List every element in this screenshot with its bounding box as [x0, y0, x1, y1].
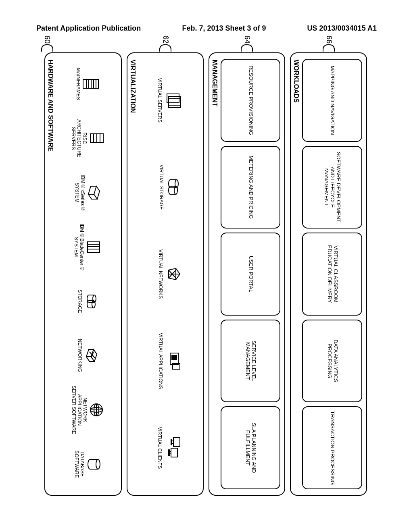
workload-sdlc: SOFTWARE DEVELOPMENT AND LIFECYCLE MANAG…	[302, 146, 363, 229]
database-icon	[86, 458, 101, 471]
workload-analytics: DATA ANALYTICS PROCESSING	[302, 320, 363, 403]
risc-server-icon	[89, 132, 104, 144]
mgmt-sla-planning: SLA PLANNING AND FULFILLMENT	[221, 406, 281, 489]
hw-storage-label: STORAGE	[77, 289, 82, 313]
figure-diagram: 66 MAPPING AND NAVIGATION SOFTWARE DEVEL…	[0, 113, 413, 435]
hw-bladecenter: IBM ® BladeCenter ® SYSTEM	[57, 222, 117, 272]
ref-60: 60	[43, 35, 51, 44]
svg-rect-9	[173, 438, 180, 447]
layer-virtualization: 62 VIRTUAL SERVERS VIRTUAL STORAGE	[127, 52, 204, 496]
hw-mainframes-label: MAINFRAMES	[75, 68, 81, 100]
xseries-icon	[87, 185, 100, 201]
virtual-networks-icon	[165, 266, 181, 282]
mainframe-icon	[82, 78, 99, 90]
svg-rect-6	[172, 355, 177, 357]
layer-management: 64 RESOURCE PROVISIONING METERING AND PR…	[209, 52, 286, 496]
hw-bladecenter-label: IBM ® BladeCenter ® SYSTEM	[73, 222, 84, 272]
header-left: Patent Application Publication	[36, 24, 141, 33]
svg-rect-12	[171, 448, 177, 457]
header-right: US 2013/0034015 A1	[307, 24, 377, 33]
layer-title-management: MANAGEMENT	[211, 60, 218, 106]
hw-networking-label: NETWORKING	[77, 339, 82, 372]
layer-title-hardware: HARDWARE AND SOFTWARE	[47, 60, 54, 152]
virtual-storage-icon	[165, 178, 180, 196]
layers-stack: 66 MAPPING AND NAVIGATION SOFTWARE DEVEL…	[44, 52, 367, 496]
layer-title-virtualization: VIRTUALIZATION	[129, 60, 137, 113]
virt-servers-label: VIRTUAL SERVERS	[156, 78, 162, 123]
virt-servers: VIRTUAL SERVERS	[139, 59, 199, 142]
workload-mapping: MAPPING AND NAVIGATION	[302, 59, 363, 142]
hw-risc: RISC ARCHITECTURE SERVERS	[57, 113, 117, 164]
workload-transaction: TRANSACTION PROCESSING	[302, 406, 363, 489]
virt-applications: VIRTUAL APPLICATIONS	[139, 320, 199, 403]
hw-mainframes: MAINFRAMES	[57, 59, 117, 109]
globe-icon	[89, 403, 104, 417]
hw-database-software: DATABASE SOFTWARE	[57, 439, 117, 489]
layer-title-workloads: WORKLOADS	[293, 60, 300, 103]
hw-nas-software: NETWORK APPLICATION SERVER SOFTWARE	[57, 385, 117, 435]
svg-point-38	[96, 459, 100, 469]
hw-db-label: DATABASE SOFTWARE	[73, 439, 85, 489]
layer-workloads: 66 MAPPING AND NAVIGATION SOFTWARE DEVEL…	[290, 52, 367, 496]
ref-66: 66	[324, 35, 333, 44]
ref-62: 62	[161, 35, 169, 44]
mgmt-resource-provisioning: RESOURCE PROVISIONING	[221, 59, 281, 142]
svg-rect-14	[169, 450, 169, 455]
virt-applications-label: VIRTUAL APPLICATIONS	[157, 333, 163, 389]
virtual-servers-icon	[164, 92, 181, 108]
bladecenter-icon	[86, 240, 101, 254]
hw-nas-label: NETWORK APPLICATION SERVER SOFTWARE	[71, 385, 88, 435]
virt-clients-label: VIRTUAL CLIENTS	[156, 427, 162, 469]
virt-storage: VIRTUAL STORAGE	[139, 146, 199, 229]
hw-storage: STORAGE	[57, 276, 117, 326]
networking-icon	[84, 348, 98, 363]
virt-storage-label: VIRTUAL STORAGE	[158, 164, 164, 210]
svg-rect-11	[171, 439, 172, 445]
mgmt-service-level: SERVICE LEVEL MANAGEMENT	[221, 320, 281, 403]
virt-networks: VIRTUAL NETWORKS	[139, 233, 199, 316]
workload-classroom: VIRTUAL CLASSROOM EDUCATION DELIVERY	[302, 233, 363, 316]
virt-clients: VIRTUAL CLIENTS	[139, 406, 199, 489]
mgmt-user-portal: USER PORTAL	[221, 233, 281, 316]
virtual-applications-icon	[165, 351, 181, 371]
hw-xseries: IBM ® xSeries ® SYSTEM	[57, 168, 117, 218]
page-header: Patent Application Publication Feb. 7, 2…	[0, 24, 413, 33]
layer-hardware-software: 60 MAINFRAMES RISC ARCHITECTURE SERVERS …	[44, 52, 122, 496]
virt-networks-label: VIRTUAL NETWORKS	[157, 249, 163, 299]
header-center: Feb. 7, 2013 Sheet 3 of 9	[182, 24, 266, 33]
hw-risc-label: RISC ARCHITECTURE SERVERS	[71, 113, 87, 164]
ref-64: 64	[243, 35, 251, 44]
svg-rect-7	[172, 358, 177, 360]
virtual-clients-icon	[164, 437, 181, 459]
storage-icon	[84, 293, 98, 309]
hw-networking: NETWORKING	[57, 330, 117, 381]
hw-xseries-label: IBM ® xSeries ® SYSTEM	[74, 168, 85, 218]
mgmt-metering-pricing: METERING AND PRICING	[221, 146, 281, 229]
